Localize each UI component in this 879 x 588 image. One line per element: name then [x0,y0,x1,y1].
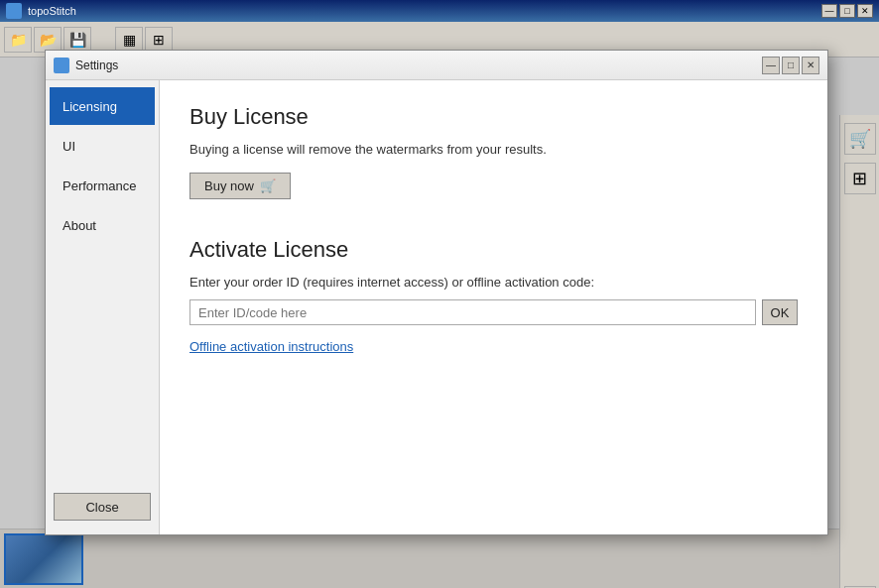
toolbar-btn-2[interactable]: 📂 [34,27,62,53]
toolbar-btn-4[interactable]: ▦ [115,27,143,53]
buy-now-label: Buy now [204,178,254,193]
sidebar-about-label: About [63,218,96,233]
sidebar: Licensing UI Performance About Close [46,80,160,534]
dialog-icon [54,58,69,73]
sidebar-performance-label: Performance [63,178,136,193]
activate-license-section: Activate License Enter your order ID (re… [189,237,798,354]
buy-now-button[interactable]: Buy now 🛒 [189,173,291,199]
thumbnail-strip [0,529,839,588]
app-maximize-button[interactable]: □ [839,4,855,18]
sidebar-ui-label: UI [63,139,75,154]
activate-input-row: OK [189,299,798,325]
settings-dialog: Settings — □ ✕ Licensing UI Performance [45,50,828,535]
buy-license-title: Buy License [189,104,798,130]
app-background: topoStitch — □ ✕ 📁 📂 💾 ▦ ⊞ 🛒 ⊞ ▶ [0,0,879,588]
main-content: Buy License Buying a license will remove… [160,80,827,534]
activate-license-title: Activate License [189,237,798,263]
toolbar-btn-3[interactable]: 💾 [63,27,91,53]
dialog-maximize-button[interactable]: □ [782,57,800,74]
sidebar-item-about[interactable]: About [50,206,155,244]
app-close-button[interactable]: ✕ [857,4,873,18]
dialog-close-button[interactable]: ✕ [802,57,819,74]
close-button[interactable]: Close [54,493,151,521]
offline-activation-link[interactable]: Offline activation instructions [189,339,353,354]
sidebar-item-licensing[interactable]: Licensing [50,87,155,125]
ok-button[interactable]: OK [762,299,798,325]
dialog-title: Settings [75,59,762,72]
app-titlebar: topoStitch — □ ✕ [0,0,879,22]
sidebar-item-ui[interactable]: UI [50,127,155,165]
cart-icon[interactable]: 🛒 [844,123,876,155]
toolbar-btn-5[interactable]: ⊞ [145,27,173,53]
toolbar-btn-1[interactable]: 📁 [4,27,32,53]
app-title: topoStitch [28,5,816,17]
buy-license-description: Buying a license will remove the waterma… [189,142,798,157]
dialog-titlebar: Settings — □ ✕ [46,51,827,80]
thumbnail-item-1[interactable] [4,533,83,585]
right-panel: 🛒 ⊞ ▶ [839,115,879,588]
dialog-titlebar-buttons: — □ ✕ [762,57,819,74]
activate-code-input[interactable] [189,299,756,325]
dialog-body: Licensing UI Performance About Close [46,80,827,534]
dialog-minimize-button[interactable]: — [762,57,780,74]
grid-icon[interactable]: ⊞ [844,163,876,194]
app-titlebar-buttons: — □ ✕ [821,4,873,18]
sidebar-item-performance[interactable]: Performance [50,167,155,204]
buy-license-section: Buy License Buying a license will remove… [189,104,798,229]
app-minimize-button[interactable]: — [821,4,837,18]
app-icon [6,3,22,19]
activate-license-label: Enter your order ID (requires internet a… [189,275,798,290]
sidebar-licensing-label: Licensing [63,99,117,114]
buy-now-cart-icon: 🛒 [260,178,276,193]
sidebar-spacer [46,245,159,485]
